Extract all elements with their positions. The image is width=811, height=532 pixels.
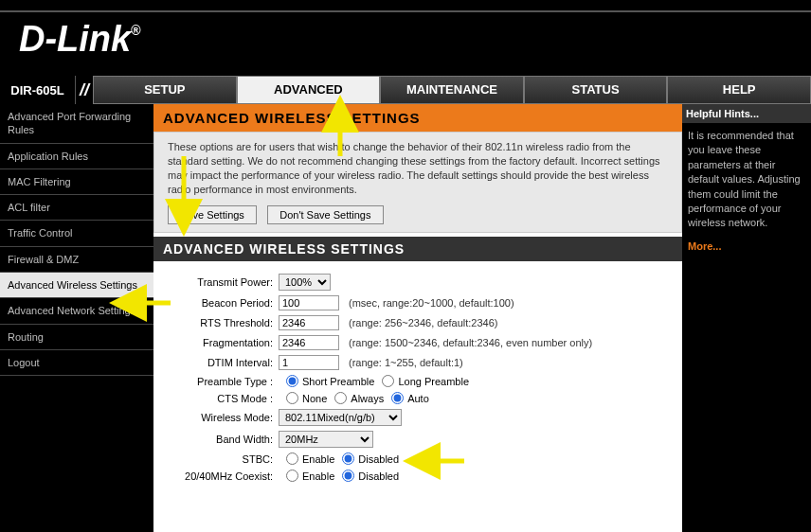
description-text: These options are for users that wish to… <box>168 140 668 196</box>
note-beacon-period: (msec, range:20~1000, default:100) <box>349 297 514 309</box>
label-transmit-power: Transmit Power: <box>157 276 279 288</box>
help-text: It is recommended that you leave these p… <box>688 129 805 231</box>
opt-preamble-short: Short Preamble <box>302 376 374 387</box>
sidebar-item-application-rules[interactable]: Application Rules <box>0 144 153 169</box>
label-rts-threshold: RTS Threshold: <box>157 317 279 328</box>
model-label: DIR-605L <box>0 76 76 104</box>
opt-stbc-disabled: Disabled <box>358 453 399 465</box>
description-box: These options are for users that wish to… <box>153 132 682 233</box>
note-dtim-interval: (range: 1~255, default:1) <box>349 357 463 368</box>
sidebar-item-mac-filtering[interactable]: MAC Filtering <box>0 169 153 195</box>
rts-threshold-input[interactable] <box>279 315 339 330</box>
sidebar-item-traffic-control[interactable]: Traffic Control <box>0 221 153 246</box>
brand-logo: D-Link® <box>19 19 141 60</box>
main-panel: ADVANCED WIRELESS SETTINGS These options… <box>153 104 682 532</box>
beacon-period-input[interactable] <box>279 295 339 310</box>
opt-cts-auto: Auto <box>407 393 429 404</box>
opt-coexist-disabled: Disabled <box>358 470 399 482</box>
label-stbc: STBC: <box>157 453 279 465</box>
sidebar-item-routing[interactable]: Routing <box>0 325 153 350</box>
label-wireless-mode: Wireless Mode: <box>157 412 279 423</box>
opt-stbc-enable: Enable <box>302 453 334 465</box>
opt-preamble-long: Long Preamble <box>398 376 469 387</box>
radio-coexist-enable[interactable] <box>286 470 298 482</box>
sidebar-item-acl-filter[interactable]: ACL filter <box>0 195 153 221</box>
label-fragmentation: Fragmentation: <box>157 337 279 348</box>
label-cts-mode: CTS Mode : <box>157 393 279 404</box>
note-fragmentation: (range: 1500~2346, default:2346, even nu… <box>349 337 592 348</box>
tab-bar: SETUP ADVANCED MAINTENANCE STATUS HELP <box>93 76 811 104</box>
sidebar-item-port-forwarding[interactable]: Advanced Port Forwarding Rules <box>0 104 153 144</box>
transmit-power-select[interactable]: 100% <box>279 274 331 291</box>
tab-maintenance[interactable]: MAINTENANCE <box>380 76 524 104</box>
note-rts-threshold: (range: 256~2346, default:2346) <box>349 317 498 328</box>
opt-coexist-enable: Enable <box>302 470 334 482</box>
band-width-select[interactable]: 20MHz <box>279 431 373 448</box>
sidebar-item-logout[interactable]: Logout <box>0 350 153 376</box>
radio-stbc-enable[interactable] <box>286 452 298 465</box>
tab-status[interactable]: STATUS <box>524 76 668 104</box>
header: D-Link® <box>0 0 811 76</box>
opt-cts-none: None <box>302 393 327 404</box>
radio-cts-auto[interactable] <box>391 392 404 404</box>
brand-text: D-Link <box>19 19 131 59</box>
tab-help[interactable]: HELP <box>667 76 811 104</box>
dont-save-button[interactable]: Don't Save Settings <box>267 205 383 224</box>
label-preamble: Preamble Type : <box>157 376 279 387</box>
sidebar: Advanced Port Forwarding Rules Applicati… <box>0 104 153 532</box>
slashes-decor: // <box>76 76 93 104</box>
help-more-link[interactable]: More... <box>688 240 721 252</box>
settings-form: Transmit Power: 100% Beacon Period: (mse… <box>153 261 682 494</box>
label-beacon-period: Beacon Period: <box>157 297 279 309</box>
save-button[interactable]: Save Settings <box>168 205 257 224</box>
radio-coexist-disabled[interactable] <box>342 470 354 482</box>
header-divider <box>0 10 811 12</box>
dtim-interval-input[interactable] <box>279 355 339 370</box>
sidebar-item-firewall-dmz[interactable]: Firewall & DMZ <box>0 247 153 273</box>
label-band-width: Band Width: <box>157 434 279 445</box>
tab-advanced[interactable]: ADVANCED <box>237 76 381 104</box>
top-nav: DIR-605L // SETUP ADVANCED MAINTENANCE S… <box>0 76 811 104</box>
opt-cts-always: Always <box>351 393 384 404</box>
panel-title: ADVANCED WIRELESS SETTINGS <box>153 104 682 132</box>
label-dtim-interval: DTIM Interval: <box>157 357 279 368</box>
section-title: ADVANCED WIRELESS SETTINGS <box>153 237 682 261</box>
wireless-mode-select[interactable]: 802.11Mixed(n/g/b) <box>279 409 402 426</box>
sidebar-item-advanced-network[interactable]: Advanced Network Settings <box>0 298 153 324</box>
radio-cts-always[interactable] <box>334 392 347 404</box>
radio-stbc-disabled[interactable] <box>342 452 354 465</box>
radio-cts-none[interactable] <box>286 392 298 404</box>
tab-setup[interactable]: SETUP <box>93 76 237 104</box>
label-coexist: 20/40MHz Coexist: <box>157 470 279 482</box>
registered-mark: ® <box>131 23 140 38</box>
radio-preamble-long[interactable] <box>382 375 394 387</box>
radio-preamble-short[interactable] <box>286 375 298 387</box>
fragmentation-input[interactable] <box>279 335 339 350</box>
help-column: Helpful Hints... It is recommended that … <box>682 104 811 532</box>
help-title: Helpful Hints... <box>682 104 811 123</box>
sidebar-item-advanced-wireless[interactable]: Advanced Wireless Settings <box>0 273 153 298</box>
